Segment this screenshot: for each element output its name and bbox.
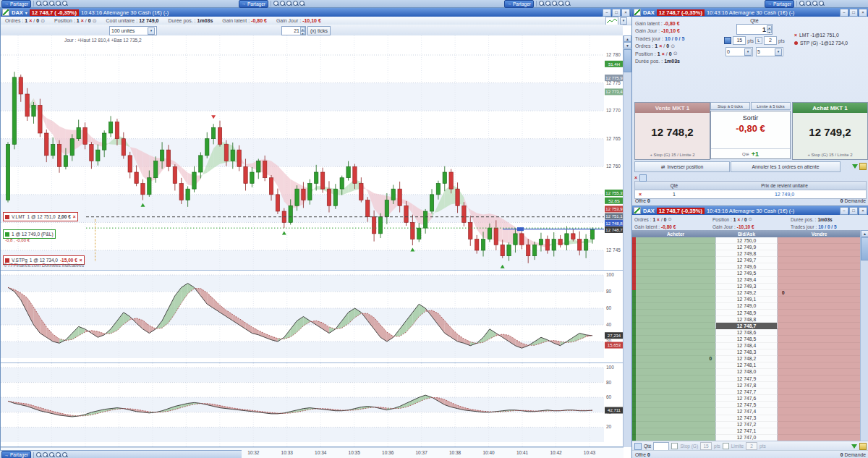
bid-qty-cell[interactable] bbox=[636, 402, 715, 408]
dom-row[interactable]: 12 748,3 bbox=[632, 349, 861, 356]
dom-qty-input[interactable] bbox=[653, 442, 669, 451]
zoom-icon[interactable] bbox=[286, 1, 292, 7]
dom-row[interactable]: 12 747,5 bbox=[632, 402, 861, 408]
bid-qty-cell[interactable] bbox=[636, 329, 715, 336]
bid-qty-cell[interactable] bbox=[636, 343, 715, 349]
bid-qty-cell[interactable] bbox=[636, 349, 715, 356]
ask-qty-cell[interactable] bbox=[778, 415, 861, 422]
share-button[interactable]: →Partager bbox=[504, 0, 534, 8]
bid-qty-cell[interactable] bbox=[636, 323, 715, 329]
bid-qty-cell[interactable] bbox=[636, 257, 715, 263]
dom-row[interactable]: 12 748,9 bbox=[632, 310, 861, 316]
scrollbar-thumb[interactable] bbox=[624, 49, 631, 72]
filter-icon[interactable] bbox=[851, 444, 857, 449]
limit-preset-icon[interactable]: L bbox=[755, 37, 762, 44]
zoom-icon[interactable] bbox=[558, 1, 564, 7]
bid-qty-cell[interactable] bbox=[636, 415, 715, 422]
dom-row[interactable]: 12 749,3 bbox=[632, 284, 861, 290]
bid-qty-cell[interactable] bbox=[636, 336, 715, 342]
chart-window-titlebar[interactable]: DAX ▾ 12 748,7 ( -0,35%) 10:43:16 Allema… bbox=[1, 8, 631, 17]
ask-qty-cell[interactable] bbox=[778, 310, 861, 316]
key-icon[interactable] bbox=[859, 163, 867, 170]
qty-stepper[interactable]: ▴▾ bbox=[767, 25, 772, 33]
symbol-dropdown-icon[interactable]: ▾ bbox=[25, 10, 27, 15]
dom-row[interactable]: 12 747,4 bbox=[632, 408, 861, 415]
bid-qty-cell[interactable] bbox=[636, 263, 715, 270]
dom-row[interactable]: 12 748,1 bbox=[632, 362, 861, 369]
bid-qty-cell[interactable] bbox=[636, 270, 715, 276]
dom-row[interactable]: 12 749,9 bbox=[632, 244, 861, 250]
zoom-icon[interactable] bbox=[43, 452, 48, 458]
units-dropdown[interactable]: 100 unités ▾ bbox=[109, 26, 157, 35]
ask-qty-cell[interactable] bbox=[778, 422, 861, 428]
zoom-icon[interactable] bbox=[299, 1, 305, 7]
bid-qty-cell[interactable] bbox=[636, 284, 715, 290]
close-button[interactable]: × bbox=[859, 207, 867, 215]
scrollbar-thumb[interactable] bbox=[861, 237, 868, 260]
maximize-button[interactable]: □ bbox=[849, 207, 858, 215]
oscillator-2[interactable]: 1008060402042,711 bbox=[1, 363, 624, 446]
ask-qty-cell[interactable] bbox=[778, 428, 861, 435]
share-button[interactable]: →Partager bbox=[765, 0, 794, 8]
dom-limit-input[interactable]: 2 bbox=[746, 442, 757, 450]
zoom-icon[interactable] bbox=[36, 1, 42, 7]
dom-row[interactable]: 12 747,3 bbox=[632, 415, 861, 422]
sell-limit-order-tag[interactable]: V.LMT 1 @ 12 751,0 2,00 € × bbox=[3, 212, 78, 221]
bid-qty-cell[interactable] bbox=[636, 376, 715, 382]
stop-checkbox[interactable] bbox=[671, 443, 678, 449]
reverse-position-button[interactable]: ⇄ Inverser position bbox=[634, 161, 730, 172]
bid-qty-cell[interactable] bbox=[636, 277, 715, 284]
dom-row[interactable]: 12 749,6 bbox=[632, 263, 861, 270]
dom-row[interactable]: 12 747,8 bbox=[632, 382, 861, 389]
ask-qty-cell[interactable] bbox=[778, 237, 861, 244]
ask-qty-cell[interactable] bbox=[778, 244, 861, 250]
cancel-order-icon[interactable]: × bbox=[794, 33, 797, 38]
dom-row[interactable]: 012 748,2 bbox=[632, 356, 861, 362]
grid-icon[interactable] bbox=[634, 443, 642, 450]
zoom-icon[interactable] bbox=[545, 1, 551, 7]
ask-qty-cell[interactable] bbox=[778, 316, 861, 323]
limit-checkbox[interactable] bbox=[723, 443, 729, 449]
dom-panel-titlebar[interactable]: DAX 12 748,7 (-0,35%) 10:43:16 Allemagne… bbox=[632, 206, 868, 215]
ask-qty-cell[interactable] bbox=[778, 382, 861, 389]
dom-row[interactable]: 12 748,0 bbox=[632, 369, 861, 376]
ask-qty-cell[interactable] bbox=[778, 297, 861, 303]
dom-row[interactable]: 12 749,8 bbox=[632, 250, 861, 257]
ticks-stepper[interactable]: ▴▾ bbox=[300, 27, 305, 35]
dom-stop-input[interactable]: 15 bbox=[700, 442, 712, 450]
ticks-input[interactable]: 21 ▴▾ bbox=[281, 26, 306, 35]
ask-qty-cell[interactable] bbox=[778, 257, 861, 263]
bid-qty-cell[interactable] bbox=[636, 382, 715, 389]
close-button[interactable]: × bbox=[621, 9, 630, 17]
bid-qty-cell[interactable] bbox=[636, 389, 715, 395]
dom-row[interactable]: 12 747,7 bbox=[632, 389, 861, 395]
maximize-button[interactable]: □ bbox=[849, 9, 858, 17]
maximize-button[interactable]: □ bbox=[612, 9, 621, 17]
order-panel-titlebar[interactable]: DAX 12 748,7 (-0,35%) 10:43:16 Allemagne… bbox=[632, 8, 868, 17]
ask-qty-cell[interactable]: 0 bbox=[778, 290, 861, 297]
zoom-icon[interactable] bbox=[273, 1, 279, 7]
ask-qty-cell[interactable] bbox=[778, 336, 861, 342]
dom-row[interactable]: 12 749,20 bbox=[632, 290, 861, 297]
quantity-input[interactable]: 1 ▴▾ bbox=[736, 24, 773, 35]
bid-qty-cell[interactable] bbox=[636, 250, 715, 257]
ticks-unit-button[interactable]: (x) ticks bbox=[307, 26, 331, 35]
ask-qty-cell[interactable] bbox=[778, 263, 861, 270]
ask-qty-cell[interactable] bbox=[778, 408, 861, 415]
buy-market-button[interactable]: Achat MKT 1 12 749,2 + Stop (G) 15 / Lim… bbox=[792, 102, 868, 160]
dom-row[interactable]: 12 747,9 bbox=[632, 376, 861, 382]
close-button[interactable]: × bbox=[859, 9, 867, 17]
zoom-icon[interactable] bbox=[565, 1, 571, 7]
sell-market-button[interactable]: Vente MKT 1 12 748,2 + Stop (G) 15 / Lim… bbox=[634, 102, 710, 160]
chart-scrollbar[interactable]: ▲ ▼ bbox=[623, 35, 631, 447]
ask-qty-cell[interactable] bbox=[778, 362, 861, 369]
zoom-icon[interactable] bbox=[49, 1, 55, 7]
bid-qty-cell[interactable] bbox=[636, 316, 715, 323]
exit-position-button[interactable]: Sortir -0,80 € Qté +1 bbox=[710, 111, 791, 159]
cancel-order-icon[interactable]: × bbox=[73, 214, 76, 219]
dom-row[interactable]: 12 748,6 bbox=[632, 329, 861, 336]
ask-qty-cell[interactable] bbox=[778, 270, 861, 276]
close-all-icon[interactable]: × bbox=[634, 175, 637, 180]
close-position-icon[interactable]: × bbox=[635, 192, 645, 197]
minimize-button[interactable]: − bbox=[840, 9, 848, 17]
